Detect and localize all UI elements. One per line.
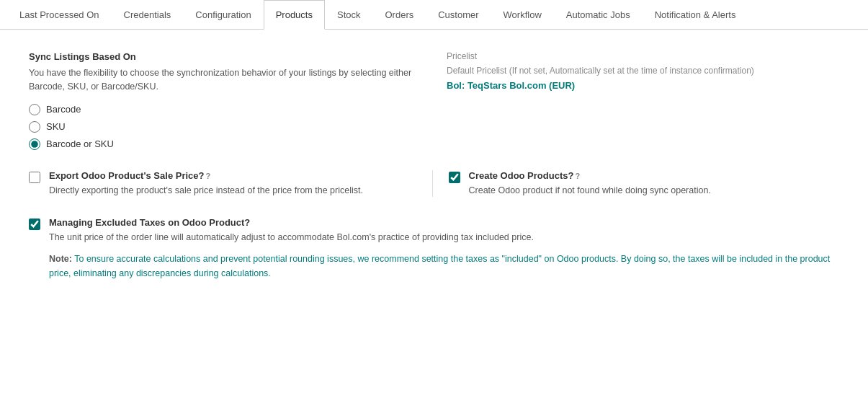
radio-barcode-or-sku-input[interactable] xyxy=(29,138,40,150)
export-sale-price-desc: Directly exporting the product's sale pr… xyxy=(49,184,363,198)
create-odoo-products-help-icon[interactable]: ? xyxy=(575,172,580,180)
tab-credentials[interactable]: Credentials xyxy=(112,0,184,30)
radio-barcode-or-sku-label: Barcode or SKU xyxy=(46,138,114,149)
sync-listings-section: Sync Listings Based On You have the flex… xyxy=(29,51,418,150)
tab-products[interactable]: Products xyxy=(264,0,325,30)
export-sale-price-checkbox-wrapper xyxy=(29,172,40,198)
radio-barcode-label: Barcode xyxy=(46,104,81,115)
radio-barcode[interactable]: Barcode xyxy=(29,104,418,115)
sync-listings-desc: You have the flexibility to choose the s… xyxy=(29,66,418,94)
create-odoo-products-col: Create Odoo Products?? Create Odoo produ… xyxy=(449,170,836,198)
pricelist-desc: Default Pricelist (If not set, Automatic… xyxy=(447,64,836,77)
create-odoo-products-title-text: Create Odoo Products? xyxy=(469,170,574,181)
export-sale-price-checkbox[interactable] xyxy=(29,172,40,183)
radio-barcode-or-sku[interactable]: Barcode or SKU xyxy=(29,138,418,150)
export-sale-price-content: Export Odoo Product's Sale Price?? Direc… xyxy=(49,170,363,198)
create-odoo-products-title: Create Odoo Products?? xyxy=(469,170,711,181)
note-prefix: Note: xyxy=(49,254,72,264)
create-odoo-products-checkbox-wrapper xyxy=(449,172,460,198)
managing-taxes-checkbox[interactable] xyxy=(29,219,40,230)
managing-taxes-section: Managing Excluded Taxes on Odoo Product?… xyxy=(29,217,836,281)
radio-sku-label: SKU xyxy=(46,121,66,132)
sync-pricelist-row: Sync Listings Based On You have the flex… xyxy=(29,51,836,150)
tab-orders[interactable]: Orders xyxy=(372,0,426,30)
products-content: Sync Listings Based On You have the flex… xyxy=(0,30,864,302)
create-odoo-products-checkbox[interactable] xyxy=(449,172,460,183)
tab-customer[interactable]: Customer xyxy=(426,0,491,30)
pricelist-section: Pricelist Default Pricelist (If not set,… xyxy=(447,51,836,150)
managing-taxes-content: Managing Excluded Taxes on Odoo Product?… xyxy=(49,217,836,281)
sync-radio-group: Barcode SKU Barcode or SKU xyxy=(29,104,418,150)
note-body: To ensure accurate calculations and prev… xyxy=(49,254,830,278)
radio-barcode-input[interactable] xyxy=(29,104,40,115)
export-sale-price-title-text: Export Odoo Product's Sale Price? xyxy=(49,170,204,181)
tab-workflow[interactable]: Workflow xyxy=(491,0,554,30)
tab-last-processed-on[interactable]: Last Processed On xyxy=(7,0,112,30)
managing-taxes-note: Note: To ensure accurate calculations an… xyxy=(49,252,836,281)
tab-notification-alerts[interactable]: Notification & Alerts xyxy=(643,0,748,30)
export-sale-price-title: Export Odoo Product's Sale Price?? xyxy=(49,170,363,181)
pricelist-label: Pricelist xyxy=(447,51,836,61)
managing-taxes-title: Managing Excluded Taxes on Odoo Product? xyxy=(49,217,836,228)
export-create-row: Export Odoo Product's Sale Price?? Direc… xyxy=(29,170,836,198)
radio-sku[interactable]: SKU xyxy=(29,121,418,133)
tab-automatic-jobs[interactable]: Automatic Jobs xyxy=(554,0,643,30)
pricelist-value: Bol: TeqStars Bol.com (EUR) xyxy=(447,80,836,91)
create-odoo-products-desc: Create Odoo product if not found while d… xyxy=(469,184,711,198)
tab-bar: Last Processed On Credentials Configurat… xyxy=(0,0,868,30)
managing-taxes-checkbox-wrapper xyxy=(29,219,40,281)
tab-stock[interactable]: Stock xyxy=(325,0,373,30)
managing-taxes-desc: The unit price of the order line will au… xyxy=(49,231,836,244)
radio-sku-input[interactable] xyxy=(29,121,40,133)
tab-configuration[interactable]: Configuration xyxy=(183,0,263,30)
export-sale-price-col: Export Odoo Product's Sale Price?? Direc… xyxy=(29,170,416,198)
create-odoo-products-content: Create Odoo Products?? Create Odoo produ… xyxy=(469,170,711,198)
export-sale-price-help-icon[interactable]: ? xyxy=(205,172,210,180)
sync-listings-title: Sync Listings Based On xyxy=(29,51,418,62)
vertical-divider xyxy=(432,170,433,198)
